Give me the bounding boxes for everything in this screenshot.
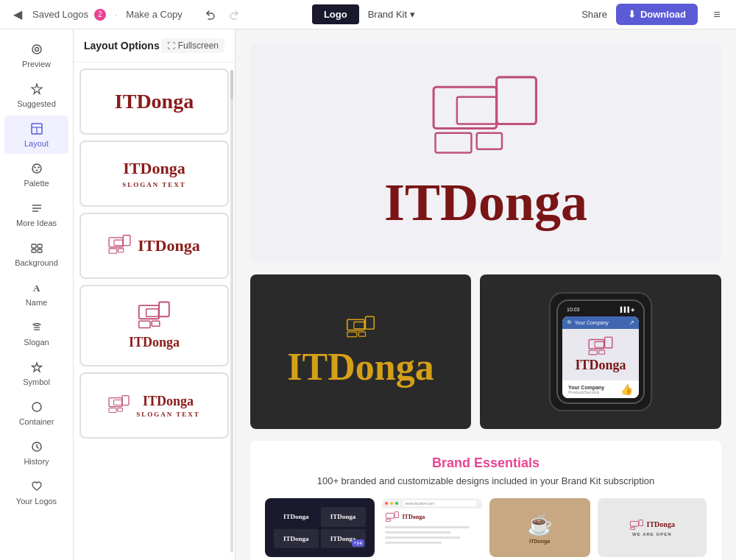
share-button[interactable]: Share [581,9,607,20]
topbar-left: ◀ Saved Logos 2 · Make a Copy [9,4,305,25]
website-browser-bar: www.location.com [382,498,483,508]
make-copy-button[interactable]: Make a Copy [126,9,183,20]
logo-preview-text-3: ITDonga [138,236,199,255]
phone-like-icon: 👍 [620,383,633,395]
sidebar-item-suggested[interactable]: Suggested [4,76,68,114]
logo-icon-top-preview: ITDonga [129,301,180,350]
logo-grid-item-1: ITDonga [274,507,319,527]
mockup-row: ITDonga 10:03 ▐▐▐ ◈ [250,274,721,429]
brand-card-mug[interactable]: ☕ ITDonga [489,498,590,557]
preview-icon [29,42,44,57]
sidebar-item-container[interactable]: Container [4,394,68,432]
sidebar-item-slogan[interactable]: Slogan [4,314,68,352]
phone-company-name: Your Company [568,385,604,390]
logo-grid-item-2: ITDonga [321,507,366,527]
suggested-icon [29,82,44,96]
topbar-center: Logo Brand Kit ▾ [312,4,424,24]
svg-rect-43 [366,316,375,329]
sidebar-item-layout[interactable]: Layout [4,116,68,154]
svg-rect-55 [639,520,643,525]
menu-button[interactable]: ≡ [707,4,727,25]
tab-brandkit[interactable]: Brand Kit ▾ [359,4,424,24]
layout-card-text-slogan[interactable]: ITDonga SLOGAN TEXT [79,141,229,207]
logo-icon-left-slogan-preview: ITDonga SLOGAN TEXT [108,394,200,418]
website-line-3 [385,536,461,539]
sidebar-item-background[interactable]: Background [4,235,68,273]
sidebar-item-symbol[interactable]: Symbol [4,354,68,392]
logo-text-slogan-group: ITDonga SLOGAN TEXT [136,394,200,418]
svg-rect-44 [347,332,357,337]
saved-logos-link[interactable]: Saved Logos [32,9,88,20]
sidebar-label-your-logos: Your Logos [16,497,57,506]
svg-rect-49 [589,350,597,355]
main-content: Preview Suggested Layout Palette More Id… [0,29,736,560]
sidebar-item-name[interactable]: A Name [4,274,68,313]
svg-rect-53 [386,519,390,521]
layout-panel-header: Layout Options ⛶ Fullscreen [74,29,235,63]
svg-rect-51 [386,513,394,518]
layout-card-text-only[interactable]: ITDonga [79,68,229,135]
svg-rect-47 [595,341,604,347]
sidebar-item-palette[interactable]: Palette [4,155,68,194]
symbol-icon [29,360,44,375]
brand-essentials-section: Brand Essentials 100+ branded and custom… [250,441,721,560]
name-icon: A [29,280,44,295]
logo-icon-left-preview: ITDonga [108,234,199,258]
container-icon [29,400,44,414]
sidebar-item-more-ideas[interactable]: More Ideas [4,195,68,233]
layout-panel-title: Layout Options [84,40,160,52]
hero-preview-card[interactable]: ITDonga [250,44,721,263]
svg-rect-14 [32,249,36,252]
website-mockup: www.location.com ITDonga [382,498,483,557]
phone-mockup-card: 10:03 ▐▐▐ ◈ 🔍 Your Company ↗ [480,274,721,429]
brand-card-sticker[interactable]: ITDonga WE ARE OPEN [598,498,707,557]
svg-point-0 [32,45,41,54]
sidebar-item-preview[interactable]: Preview [4,36,68,74]
hero-logo-text: ITDonga [384,172,587,233]
computer-icon-top [136,301,173,332]
layout-card-icon-left[interactable]: ITDonga [79,213,229,279]
brand-card-logo-grid[interactable]: ITDonga ITDonga ITDonga ITDonga +14 [265,498,375,557]
svg-rect-23 [124,235,131,245]
svg-rect-32 [114,400,122,405]
separator: · [115,10,117,20]
sidebar-label-preview: Preview [22,60,51,68]
business-card-mockup: ITDonga [250,274,471,429]
svg-rect-34 [109,408,116,412]
sidebar-label-history: History [24,457,49,466]
mug-mockup: ☕ ITDonga [527,512,553,544]
browser-dot-yellow [390,502,393,505]
svg-text:A: A [33,283,40,294]
redo-button[interactable] [224,4,244,25]
sidebar-item-history[interactable]: History [4,433,68,472]
layout-card-icon-left-slogan[interactable]: ITDonga SLOGAN TEXT [79,372,229,439]
layout-panel: Layout Options ⛶ Fullscreen ITDonga ITDo… [74,29,236,560]
browser-dot-red [385,502,388,505]
svg-rect-37 [457,97,497,124]
svg-rect-56 [630,527,634,529]
back-button[interactable]: ◀ [9,6,26,24]
fullscreen-button[interactable]: ⛶ Fullscreen [161,38,224,53]
tab-logo[interactable]: Logo [312,4,359,24]
back-icon: ◀ [13,7,22,21]
svg-rect-33 [122,395,129,405]
brand-essentials-subtitle: 100+ branded and customizable designs in… [265,475,707,486]
website-url-text: www.location.com [406,501,435,506]
hero-computer-icon [431,74,541,157]
mockup-icon-gold [346,316,375,341]
brand-card-website[interactable]: www.location.com ITDonga [382,498,483,557]
slogan-preview-2: SLOGAN TEXT [136,411,200,418]
palette-icon [29,161,44,176]
sidebar-label-symbol: Symbol [23,378,50,386]
logo-grid: ITDonga ITDonga ITDonga ITDonga +14 [269,503,370,553]
download-button[interactable]: ⬇ Download [616,4,698,25]
preview-area: ITDonga ITDonga [236,29,736,560]
computer-icon-small [108,234,132,258]
undo-button[interactable] [200,4,221,25]
layout-card-icon-top[interactable]: ITDonga [79,285,229,366]
sidebar-label-slogan: Slogan [24,338,49,347]
browser-dot-green [395,502,398,505]
sidebar-item-your-logos[interactable]: Your Logos [4,473,68,511]
more-ideas-icon [29,201,44,216]
logo-preview-text-4: ITDonga [129,335,180,350]
